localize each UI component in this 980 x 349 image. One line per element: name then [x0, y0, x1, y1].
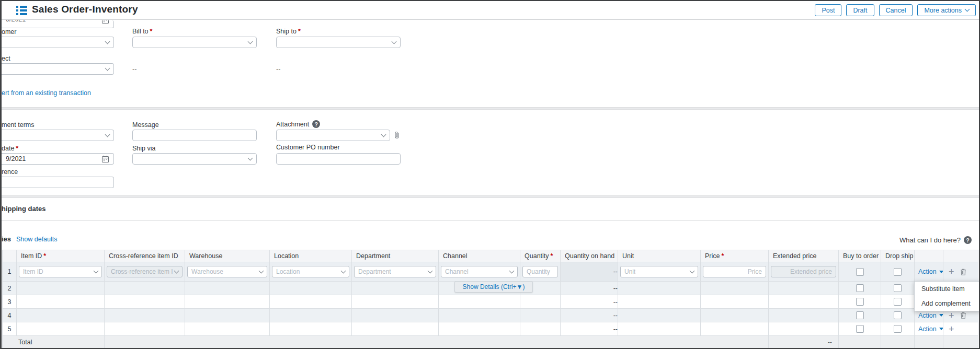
reference-input[interactable]: [2, 177, 114, 188]
table-row: 4 -- Action +: [3, 309, 978, 322]
empty-cell: [352, 309, 439, 322]
draft-button[interactable]: Draft: [846, 4, 874, 16]
action-dropdown[interactable]: Action: [918, 325, 943, 333]
chevron-down-icon: [248, 39, 253, 44]
add-row-icon[interactable]: +: [949, 267, 954, 276]
help-row: What can I do here? ?: [899, 236, 972, 244]
calendar-icon[interactable]: [101, 20, 109, 24]
item-id-select[interactable]: Item ID: [19, 266, 102, 277]
entries-table: Item ID* Cross-reference item ID Warehou…: [2, 250, 978, 349]
buy-to-order-checkbox[interactable]: [856, 268, 864, 276]
empty-cell: [105, 282, 185, 295]
add-row-icon[interactable]: +: [949, 311, 954, 320]
buy-to-order-checkbox[interactable]: [856, 298, 864, 306]
table-header-row: Item ID* Cross-reference item ID Warehou…: [3, 250, 978, 262]
action-dropdown[interactable]: Action: [918, 268, 943, 275]
payment-terms-select[interactable]: [2, 130, 114, 141]
empty-cell: [769, 309, 839, 322]
qty-on-hand-value: --: [561, 262, 618, 282]
buy-to-order-checkbox[interactable]: [856, 325, 864, 333]
date-label: date*: [2, 145, 18, 152]
empty-cell: [105, 322, 185, 336]
caret-down-icon: [939, 271, 943, 273]
drop-ship-checkbox[interactable]: [894, 311, 902, 319]
qty-on-hand-value: --: [561, 309, 618, 322]
customer-select[interactable]: [2, 37, 114, 48]
cutoff-date-value: 9/2021: [6, 20, 26, 23]
price-input[interactable]: [703, 266, 766, 277]
chevron-down-icon: [94, 268, 99, 273]
row-number: 1: [3, 262, 17, 282]
show-details-chip[interactable]: Show Details (Ctrl+▼): [454, 281, 533, 293]
list-menu-icon[interactable]: [16, 6, 28, 15]
trash-icon[interactable]: [960, 311, 967, 319]
menu-item-add-complement[interactable]: Add complement: [915, 296, 980, 311]
row-number: 3: [3, 295, 17, 309]
department-select[interactable]: Department: [354, 266, 436, 277]
message-input[interactable]: [132, 130, 257, 141]
action-dropdown[interactable]: Action: [918, 312, 943, 319]
chevron-down-icon: [392, 39, 397, 44]
caret-down-icon: [939, 314, 943, 317]
add-row-icon[interactable]: +: [949, 324, 954, 334]
buy-to-order-checkbox[interactable]: [856, 284, 864, 292]
shipping-dates-heading[interactable]: hipping dates: [2, 205, 46, 213]
help-icon[interactable]: ?: [312, 120, 320, 128]
channel-select[interactable]: Channel: [441, 266, 518, 277]
buy-to-order-checkbox[interactable]: [856, 311, 864, 319]
menu-item-substitute-item[interactable]: Substitute item: [915, 282, 980, 296]
location-select[interactable]: Location: [272, 266, 349, 277]
chevron-down-icon: [690, 268, 695, 273]
chevron-down-icon: [428, 268, 433, 273]
help-icon[interactable]: ?: [964, 236, 972, 244]
ship-to-label: Ship to*: [276, 28, 301, 35]
calendar-icon[interactable]: [101, 155, 109, 163]
empty-cell: [915, 336, 943, 349]
more-actions-button[interactable]: More actions: [917, 4, 976, 16]
bill-to-select[interactable]: [132, 37, 257, 48]
bill-to-empty-value: --: [132, 65, 136, 73]
empty-cell: [618, 322, 701, 336]
empty-cell: [352, 282, 439, 295]
drop-ship-header: Drop ship: [881, 250, 915, 262]
chevron-down-icon: [174, 268, 179, 273]
section-divider: [2, 107, 979, 110]
empty-cell: [185, 282, 270, 295]
topbar-buttons: Post Draft Cancel More actions: [815, 4, 976, 16]
customer-po-input[interactable]: [276, 153, 401, 165]
cutoff-date-field[interactable]: 9/2021: [2, 20, 114, 28]
channel-header: Channel: [439, 250, 520, 262]
quantity-input[interactable]: [522, 266, 558, 277]
drop-ship-checkbox[interactable]: [894, 325, 902, 333]
paperclip-icon[interactable]: [393, 131, 401, 139]
ship-via-select[interactable]: [132, 153, 257, 165]
trash-icon[interactable]: [960, 268, 967, 276]
ship-to-select[interactable]: [276, 37, 401, 48]
empty-cell: [618, 295, 701, 309]
top-bar: Sales Order-Inventory Post Draft Cancel …: [2, 1, 979, 20]
item-id-header: Item ID*: [17, 250, 105, 262]
total-label: Total: [3, 336, 105, 349]
customer-label: omer: [2, 28, 16, 36]
date-field[interactable]: 9/2021: [2, 153, 114, 165]
drop-ship-checkbox[interactable]: [894, 298, 902, 306]
drop-ship-checkbox[interactable]: [894, 284, 902, 292]
row-number: 4: [3, 309, 17, 322]
warehouse-select[interactable]: Warehouse: [187, 266, 267, 277]
chevron-down-icon: [105, 39, 110, 44]
unit-select[interactable]: Unit: [620, 266, 698, 277]
chevron-down-icon: [509, 268, 515, 273]
help-text[interactable]: What can I do here?: [899, 236, 961, 244]
project-select[interactable]: [2, 63, 114, 75]
empty-cell: [701, 322, 769, 336]
post-button[interactable]: Post: [815, 4, 841, 16]
convert-transaction-link[interactable]: ert from an existing transaction: [2, 89, 91, 97]
table-row: 5 -- Action +: [3, 322, 978, 336]
empty-cell: [520, 309, 561, 322]
show-defaults-link[interactable]: Show defaults: [16, 236, 58, 243]
divider-line: [2, 220, 979, 221]
cancel-button[interactable]: Cancel: [879, 4, 913, 16]
empty-cell: [185, 309, 270, 322]
attachment-select[interactable]: [276, 130, 390, 141]
drop-ship-checkbox[interactable]: [894, 268, 902, 276]
